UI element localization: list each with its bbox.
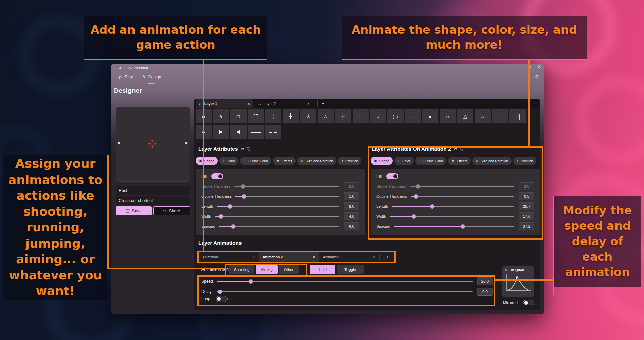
callout-top-right-text: Animate the shape, color, size, and much… [346, 23, 582, 52]
tab-play-label: Play [125, 75, 133, 79]
shape-icon: ▣ [199, 159, 202, 163]
stage: ✒ EZ-Crosshair – ◻ ✕ ▷ Play ✎ Design ⚙ D… [0, 0, 644, 340]
parentheses-icon[interactable]: ( ) [387, 109, 404, 123]
callout-right: Modify the speed and delay of each anima… [554, 196, 641, 287]
value-field[interactable]: 6,0 [344, 222, 359, 230]
value-field[interactable]: 4,0 [344, 212, 359, 220]
cross-serif-icon[interactable]: ┼ [335, 109, 351, 123]
tab-design-label: Design [148, 75, 161, 79]
close-layer-icon[interactable]: × [248, 101, 250, 106]
close-layer-icon[interactable]: × [307, 101, 309, 106]
triangle-icon[interactable]: △ [457, 109, 473, 123]
slider-length: Length 8,0 [201, 201, 359, 211]
titlebar: ✒ EZ-Crosshair [111, 64, 544, 72]
save-label: Save [132, 209, 142, 213]
corner-brackets-icon[interactable]: ⌜⌝ [248, 109, 264, 123]
play-icon: ▷ [119, 75, 122, 79]
connector-line [495, 279, 553, 281]
edit-easing-icon[interactable]: ✎ [505, 268, 507, 272]
slider-spacing: Spacing 6,0 [201, 221, 359, 231]
callout-left-text: Assign your animations to actions like s… [8, 156, 103, 299]
size-rotation-icon: ⊕ [301, 159, 303, 163]
mode-hold-button[interactable]: Hold [310, 265, 335, 274]
layer-animations-heading: Layer Animations [198, 240, 242, 246]
value-field[interactable]: 8,0 [344, 202, 359, 210]
short-dashes-icon[interactable]: – – [265, 125, 281, 139]
tab-play[interactable]: ▷ Play [119, 75, 133, 79]
copy-icon[interactable]: ⧉ [241, 147, 244, 151]
slider-track[interactable] [235, 196, 339, 197]
mirrored-label: Mirrored [503, 301, 518, 305]
outline-color-icon: ◔ [244, 159, 246, 163]
tab-effects[interactable]: ❖Effects [273, 157, 296, 165]
value-field[interactable]: 1,0 [344, 192, 359, 200]
layer-tab-label: Layer 2 [264, 101, 276, 106]
tab-size-rotation[interactable]: ⊕Size and Rotation [297, 157, 336, 165]
save-button[interactable]: ❏ Save [116, 206, 152, 215]
arc-bottom-icon[interactable]: ⌣ [353, 109, 369, 123]
dashes-horizontal-icon[interactable]: – – [492, 109, 508, 123]
slider-knob[interactable] [228, 204, 232, 209]
triangle-small-icon[interactable]: ▵ [475, 109, 491, 123]
layer-tab-label: Layer 1 [204, 101, 217, 106]
caret-icon[interactable]: ∧ [213, 109, 229, 123]
color-icon: ◑ [223, 159, 225, 163]
circle-small-icon[interactable]: ○ [440, 109, 456, 123]
crosshair-shortcut-input[interactable] [116, 196, 190, 205]
square-icon[interactable]: □ [230, 109, 247, 123]
paste-icon[interactable]: ⎘ [247, 147, 250, 151]
circle-dashed-icon[interactable]: ◌ [405, 109, 421, 123]
slider-track[interactable] [234, 186, 339, 187]
slider-track[interactable] [215, 216, 339, 217]
left-triangle-icon[interactable]: ◀ [230, 125, 247, 139]
mirrored-toggle[interactable] [523, 300, 534, 305]
share-button[interactable]: ↪ Share [153, 206, 190, 215]
game-name-input[interactable] [116, 186, 190, 195]
tab-color[interactable]: ◑Color [219, 157, 238, 165]
mirrored-row: Mirrored [503, 300, 534, 305]
line-tick-icon[interactable]: ─┤ [509, 109, 526, 123]
prev-arrow-icon[interactable]: ◀ [117, 141, 120, 145]
highlight-animation-attributes [368, 146, 543, 240]
add-layer-button[interactable]: + [317, 100, 324, 107]
slider-knob[interactable] [241, 194, 246, 199]
app-title: EZ-Crosshair [125, 66, 148, 70]
value-field[interactable]: 2,0 [344, 182, 359, 190]
slider-track[interactable] [219, 226, 339, 227]
slider-knob[interactable] [219, 214, 223, 219]
callout-left: Assign your animations to actions like s… [3, 155, 107, 300]
circle-filled-icon[interactable]: ● [422, 109, 438, 123]
crosshair-graphic [148, 139, 157, 148]
slider-track[interactable] [217, 206, 339, 207]
highlight-animation-tabs [197, 251, 396, 263]
long-dashes-icon[interactable]: —— [248, 125, 264, 139]
callout-top-right: Animate the shape, color, size, and much… [342, 16, 587, 60]
fill-toggle[interactable] [211, 173, 223, 179]
connector-line [107, 268, 225, 269]
play-shape-icon[interactable]: ▶ [213, 125, 229, 139]
tab-position[interactable]: ⌖Position [338, 157, 361, 165]
slider-knob[interactable] [240, 184, 245, 189]
inverted-y-icon[interactable]: ⅄ [300, 109, 316, 123]
share-label: Share [169, 209, 180, 213]
tab-outline-color[interactable]: ◔Outline Color [240, 157, 271, 165]
easing-name: In Quad [511, 268, 524, 272]
cross-tees-icon[interactable]: ╋ [283, 109, 299, 123]
shape-toolbar-row2: ǂ ▶ ◀ —— – – [196, 125, 281, 139]
minimize-button[interactable]: – [514, 64, 522, 69]
mode-toggle-button[interactable]: Toggle [337, 265, 364, 274]
gear-icon[interactable]: ⚙ [535, 74, 539, 79]
layer-attributes-panel: Fill Stroke Thickness 2,0 Outline Thickn… [196, 169, 365, 235]
slider-knob[interactable] [231, 224, 235, 229]
next-arrow-icon[interactable]: ▶ [185, 141, 188, 145]
inverted-y-dotted-icon[interactable]: ∴ [318, 109, 334, 123]
layer-tab-2[interactable]: ◇ Layer 2 × [255, 99, 313, 108]
easing-panel[interactable]: ✎ In Quad [502, 266, 534, 297]
close-button[interactable]: ✕ [535, 64, 544, 69]
tab-shape[interactable]: ▣Shape [196, 157, 218, 165]
position-icon: ⌖ [341, 159, 343, 163]
tab-design[interactable]: ✎ Design [143, 75, 161, 79]
vertical-dashes-icon[interactable]: ╎ [265, 109, 281, 123]
callout-top-left: Add an animation for each game action [84, 16, 267, 60]
circle-icon[interactable]: ○ [370, 109, 386, 123]
